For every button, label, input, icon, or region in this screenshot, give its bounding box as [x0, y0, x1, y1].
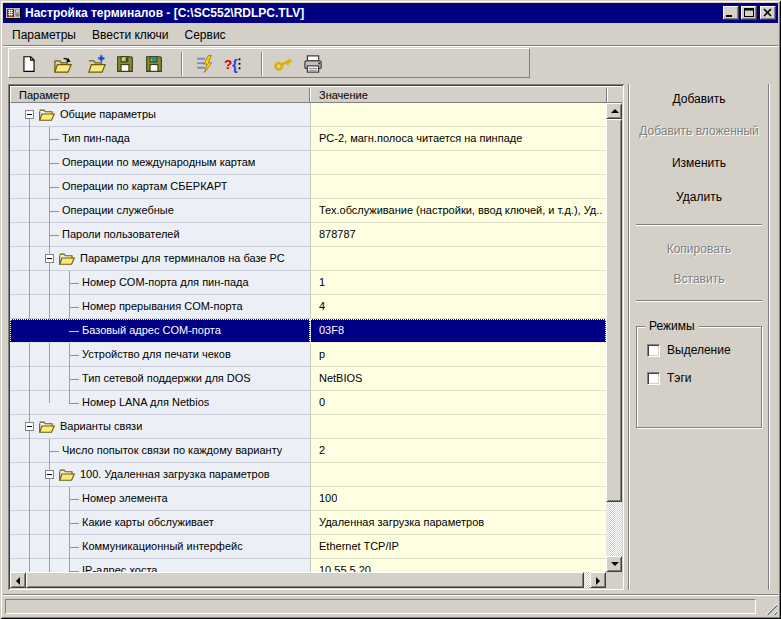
resize-grip[interactable]	[762, 600, 777, 615]
table-row[interactable]: Операции служебные Тех.обслуживание (нас…	[10, 199, 606, 223]
parameter-cell[interactable]: Номер COM-порта для пин-пада	[10, 271, 310, 295]
table-row[interactable]: Тип сетевой поддержки для DOS NetBIOS	[10, 367, 606, 391]
value-cell[interactable]: 100	[310, 487, 606, 511]
table-row[interactable]: Параметры для терминалов на базе PC	[10, 247, 606, 271]
open-folder-icon[interactable]	[51, 52, 75, 76]
value-cell[interactable]	[310, 463, 606, 487]
table-header: Параметр Значение	[10, 86, 622, 103]
tags-checkbox[interactable]	[647, 372, 660, 385]
tree-collapse-button[interactable]	[25, 422, 34, 431]
column-header-value: Значение	[311, 87, 606, 103]
add-button[interactable]: Добавить	[636, 90, 762, 108]
tags-checkbox-row[interactable]: Тэги	[647, 371, 692, 385]
key-icon[interactable]	[271, 52, 295, 76]
table-row[interactable]: Операции по международным картам	[10, 151, 606, 175]
paste-button[interactable]: Вставить	[636, 270, 762, 288]
copy-button[interactable]: Копировать	[636, 240, 762, 258]
check-list-lightning-icon[interactable]	[193, 52, 217, 76]
table-row[interactable]: Тип пин-пада PC-2, магн.полоса читается …	[10, 127, 606, 151]
value-cell[interactable]: 4	[310, 295, 606, 319]
tree-collapse-button[interactable]	[45, 254, 54, 263]
table-row[interactable]: Устройство для печати чеков p	[10, 343, 606, 367]
open-folder-add-icon[interactable]	[85, 52, 109, 76]
table-row[interactable]: Варианты связи	[10, 415, 606, 439]
parameter-cell[interactable]: Тип сетевой поддержки для DOS	[10, 367, 310, 391]
value-cell[interactable]: 0	[310, 391, 606, 415]
table-row[interactable]: Пароли пользователей 878787	[10, 223, 606, 247]
save-as-icon[interactable]	[142, 52, 166, 76]
table-row[interactable]: 100. Удаленная загрузка параметров	[10, 463, 606, 487]
scroll-up-button[interactable]	[606, 103, 622, 119]
parameter-cell[interactable]: Номер прерывания COM-порта	[10, 295, 310, 319]
parameter-cell[interactable]: Варианты связи	[10, 415, 310, 439]
parameter-cell[interactable]: Пароли пользователей	[10, 223, 310, 247]
value-cell[interactable]	[310, 247, 606, 271]
scroll-left-button[interactable]	[10, 572, 26, 588]
table-row[interactable]: Номер элемента 100	[10, 487, 606, 511]
table-row[interactable]: Какие карты обслуживает Удаленная загруз…	[10, 511, 606, 535]
value-cell[interactable]: Ethernet TCP/IP	[310, 535, 606, 559]
printer-icon[interactable]	[301, 52, 325, 76]
table-row[interactable]: Номер прерывания COM-порта 4	[10, 295, 606, 319]
parameter-cell[interactable]: Операции по международным картам	[10, 151, 310, 175]
minimize-button[interactable]	[723, 6, 739, 20]
value-cell[interactable]: PC-2, магн.полоса читается на пинпаде	[310, 127, 606, 151]
table-row[interactable]: IP-адрес хоста 10.55.5.20	[10, 559, 606, 572]
parameter-cell[interactable]: 100. Удаленная загрузка параметров	[10, 463, 310, 487]
value-cell[interactable]: Тех.обслуживание (настройки, ввод ключей…	[310, 199, 606, 223]
table-row[interactable]: Базовый адрес COM-порта 03F8	[10, 319, 606, 343]
parameter-label: IP-адрес хоста	[82, 564, 157, 572]
menu-item-parameters[interactable]: Параметры	[4, 26, 84, 44]
parameter-cell[interactable]: Какие карты обслуживает	[10, 511, 310, 535]
value-cell[interactable]: Удаленная загрузка параметров	[310, 511, 606, 535]
parameter-cell[interactable]: Число попыток связи по каждому варианту	[10, 439, 310, 463]
scroll-right-button[interactable]	[590, 572, 606, 588]
table-row[interactable]: Номер COM-порта для пин-пада 1	[10, 271, 606, 295]
edit-button[interactable]: Изменить	[636, 154, 762, 172]
parameter-cell[interactable]: Номер элемента	[10, 487, 310, 511]
highlight-checkbox-row[interactable]: Выделение	[647, 343, 731, 357]
help-braces-icon[interactable]: ?{	[221, 52, 245, 76]
table-row[interactable]: Номер LANA для Netbios 0	[10, 391, 606, 415]
delete-button[interactable]: Удалить	[636, 188, 762, 206]
value-cell[interactable]: 03F8	[310, 319, 606, 343]
vertical-scroll-thumb[interactable]	[606, 119, 622, 502]
value-text: 100	[319, 492, 337, 504]
parameter-cell[interactable]: IP-адрес хоста	[10, 559, 310, 572]
tree-collapse-button[interactable]	[25, 110, 34, 119]
parameter-cell[interactable]: Параметры для терминалов на базе PC	[10, 247, 310, 271]
maximize-button[interactable]	[741, 6, 757, 20]
new-document-icon[interactable]	[17, 52, 41, 76]
menu-item-service[interactable]: Сервис	[177, 26, 234, 44]
value-cell[interactable]: 2	[310, 439, 606, 463]
table-row[interactable]: Операции по картам СБЕРКАРТ	[10, 175, 606, 199]
parameter-cell[interactable]: Операции по картам СБЕРКАРТ	[10, 175, 310, 199]
parameter-cell[interactable]: Общие параметры	[10, 103, 310, 127]
tree-collapse-button[interactable]	[45, 470, 54, 479]
parameter-cell[interactable]: Коммуникационный интерфейс	[10, 535, 310, 559]
table-row[interactable]: Коммуникационный интерфейс Ethernet TCP/…	[10, 535, 606, 559]
value-cell[interactable]	[310, 175, 606, 199]
value-cell[interactable]: p	[310, 343, 606, 367]
parameter-cell[interactable]: Устройство для печати чеков	[10, 343, 310, 367]
table-row[interactable]: Общие параметры	[10, 103, 606, 127]
value-cell[interactable]: NetBIOS	[310, 367, 606, 391]
close-button[interactable]	[760, 6, 776, 20]
table-row[interactable]: Число попыток связи по каждому варианту …	[10, 439, 606, 463]
menu-item-enter-keys[interactable]: Ввести ключи	[84, 26, 177, 44]
value-cell[interactable]	[310, 415, 606, 439]
value-cell[interactable]: 10.55.5.20	[310, 559, 606, 572]
value-cell[interactable]	[310, 151, 606, 175]
scroll-down-button[interactable]	[606, 556, 622, 572]
highlight-checkbox[interactable]	[647, 344, 660, 357]
value-cell[interactable]	[310, 103, 606, 127]
value-cell[interactable]: 878787	[310, 223, 606, 247]
parameter-cell[interactable]: Тип пин-пада	[10, 127, 310, 151]
value-cell[interactable]: 1	[310, 271, 606, 295]
horizontal-scroll-thumb[interactable]	[26, 572, 584, 588]
save-icon[interactable]	[113, 52, 137, 76]
parameter-cell[interactable]: Операции служебные	[10, 199, 310, 223]
add-nested-button[interactable]: Добавить вложенный	[636, 122, 762, 140]
parameter-cell[interactable]: Номер LANA для Netbios	[10, 391, 310, 415]
parameter-cell[interactable]: Базовый адрес COM-порта	[10, 319, 310, 343]
